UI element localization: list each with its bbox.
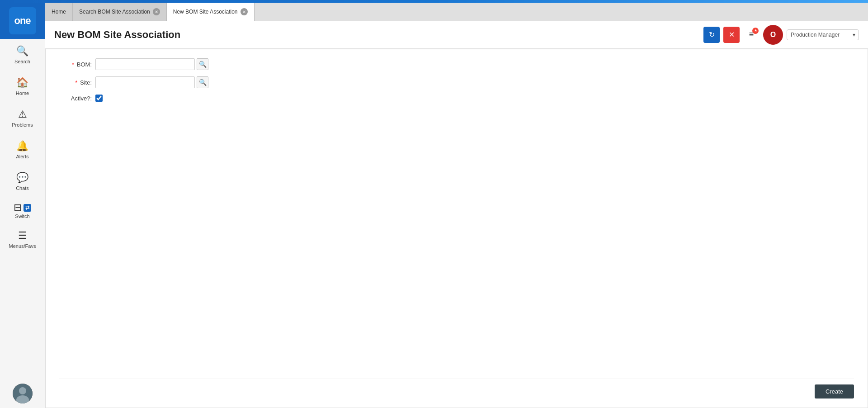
sidebar-item-alerts[interactable]: 🔔 Alerts <box>0 134 45 166</box>
tab-bar: Home Search BOM Site Association ✕ New B… <box>45 3 868 21</box>
form-body: * BOM: 🔍 * <box>59 58 854 379</box>
tab-close-new-bom[interactable]: ✕ <box>241 8 248 15</box>
form-row-active: Active?: <box>59 95 854 102</box>
required-star-site: * <box>75 79 77 86</box>
tab-search-bom[interactable]: Search BOM Site Association ✕ <box>73 3 167 21</box>
user-area: O Production Manager <box>763 25 859 45</box>
sidebar-item-chats[interactable]: 💬 Chats <box>0 166 45 197</box>
close-icon: ✕ <box>729 30 735 39</box>
active-checkbox[interactable] <box>95 95 103 102</box>
sidebar-item-search[interactable]: 🔍 Search <box>0 39 45 71</box>
page-header: New BOM Site Association ↻ ✕ ≡ ★ O <box>45 21 868 49</box>
create-button[interactable]: Create <box>815 384 854 399</box>
menu-button[interactable]: ≡ ★ <box>743 27 760 43</box>
site-search-button[interactable]: 🔍 <box>197 76 208 88</box>
user-role-select[interactable]: Production Manager <box>787 29 859 40</box>
bom-input[interactable] <box>95 58 195 70</box>
active-label: Active?: <box>59 95 95 102</box>
bom-label: * BOM: <box>59 61 95 68</box>
form-container: * BOM: 🔍 * <box>46 49 868 408</box>
bell-icon: 🔔 <box>16 140 28 152</box>
user-avatar[interactable]: O <box>763 25 783 45</box>
form-footer: Create <box>59 379 854 399</box>
user-role-wrapper: Production Manager <box>787 29 859 40</box>
required-star-bom: * <box>72 61 74 68</box>
home-icon: 🏠 <box>16 77 28 89</box>
site-input-wrap: 🔍 <box>95 76 208 88</box>
switch-badge: ⇄ <box>24 204 31 212</box>
site-input[interactable] <box>95 76 195 88</box>
tab-new-bom[interactable]: New BOM Site Association ✕ <box>167 3 255 21</box>
tab-close-search-bom[interactable]: ✕ <box>153 8 160 15</box>
bom-search-button[interactable]: 🔍 <box>197 58 208 70</box>
avatar-image <box>13 384 33 403</box>
header-actions: ↻ ✕ ≡ ★ O Production Manager <box>703 25 859 45</box>
site-search-icon: 🔍 <box>199 79 207 86</box>
sidebar-item-home[interactable]: 🏠 Home <box>0 71 45 102</box>
sidebar-item-switch[interactable]: ⊟ ⇄ Switch <box>0 197 45 223</box>
site-label: * Site: <box>59 79 95 86</box>
refresh-icon: ↻ <box>709 30 715 39</box>
content-wrapper: * BOM: 🔍 * <box>45 49 868 408</box>
sidebar-item-problems[interactable]: ⚠ Problems <box>0 102 45 134</box>
active-input-wrap <box>95 95 103 102</box>
bom-search-icon: 🔍 <box>199 61 207 68</box>
main-content: Home Search BOM Site Association ✕ New B… <box>45 3 868 408</box>
app-logo[interactable]: one <box>0 3 45 39</box>
bom-input-wrap: 🔍 <box>95 58 208 70</box>
switch-icons: ⊟ ⇄ <box>14 202 31 213</box>
warning-icon: ⚠ <box>18 109 27 120</box>
logo-box: one <box>9 7 36 34</box>
close-page-button[interactable]: ✕ <box>723 27 740 43</box>
user-avatar-sidebar[interactable] <box>13 384 33 403</box>
svg-point-1 <box>19 387 26 394</box>
star-badge: ★ <box>752 28 759 34</box>
page-title: New BOM Site Association <box>54 29 180 41</box>
switch-icon: ⊟ <box>14 202 22 213</box>
form-row-site: * Site: 🔍 <box>59 76 854 88</box>
menu-icon: ☰ <box>18 230 27 242</box>
sidebar-item-menus-favs[interactable]: ☰ Menus/Favs <box>0 223 45 255</box>
refresh-button[interactable]: ↻ <box>703 27 720 43</box>
search-icon: 🔍 <box>16 45 28 57</box>
avatar-letter: O <box>770 31 776 39</box>
form-row-bom: * BOM: 🔍 <box>59 58 854 70</box>
sidebar: one 🔍 Search 🏠 Home ⚠ Problems 🔔 Alerts … <box>0 3 45 408</box>
tab-home[interactable]: Home <box>45 3 73 21</box>
chat-icon: 💬 <box>16 172 28 184</box>
